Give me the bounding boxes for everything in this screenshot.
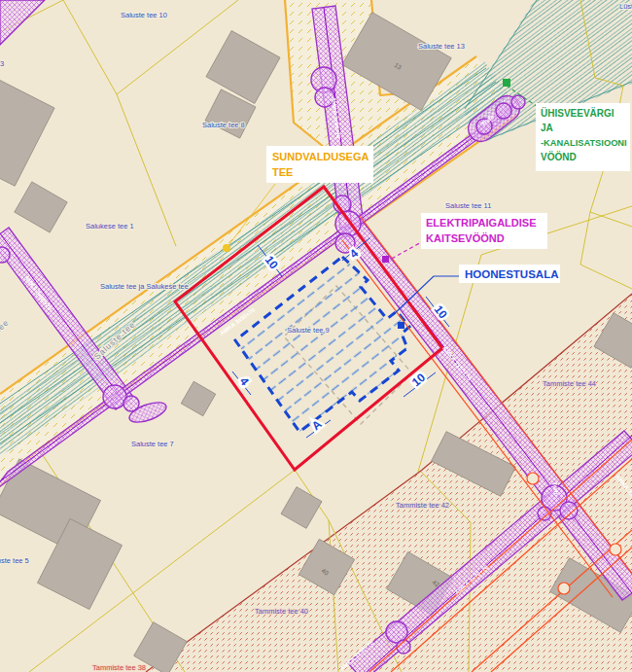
callout-hoonestusala-label: HOONESTUSALA — [465, 268, 558, 280]
power-pole-circle — [610, 544, 621, 555]
pole-symbol — [103, 385, 126, 408]
callout-hoonestusala: HOONESTUSALA — [459, 265, 560, 283]
pole-symbol — [560, 502, 578, 519]
parcel-label-tammiste-40: Tammiste tee 40 — [255, 607, 308, 616]
callout-elektripaigaldise-line1: ELEKTRIPAIGALDISE — [426, 217, 536, 229]
road-marker-dot — [223, 244, 230, 252]
pole-symbol — [496, 103, 511, 119]
callout-uhisveevargi-line2: JA — [541, 123, 553, 133]
parcel-label-saluste-11: Saluste tee 11 — [445, 201, 491, 210]
callout-uhisveevargi: ÜHISVEEVÄRGI JA -KANALISATSIOONI VÖÖND — [536, 103, 630, 171]
callout-uhisveevargi-line1: ÜHISVEEVÄRGI — [541, 107, 614, 119]
parcel-label-saluste-10: Saluste tee 10 — [121, 11, 167, 19]
callout-uhisveevargi-line4: VÖÖND — [541, 151, 577, 162]
power-pole-circle — [558, 583, 570, 594]
parcel-label-saluste-3: 3 — [0, 59, 4, 68]
map-canvas[interactable]: 13 40 42 — [0, 0, 632, 672]
pole-symbol — [0, 247, 10, 263]
water-marker-dot — [503, 79, 510, 87]
callout-sundvaldusega-tee: SUNDVALDUSEGA TEE — [266, 146, 373, 183]
callout-sundvaldusega-line2: TEE — [272, 166, 293, 178]
parcel-label-saluste-8: Saluste tee 8 — [202, 121, 245, 129]
hoonestus-marker-dot — [398, 322, 404, 329]
parcel-label-saluste-5: Saluste tee 5 — [0, 556, 29, 565]
parcel-label-saluste-ja-salukese: Saluste tee ja Salukese tee — [100, 282, 189, 291]
parcel-label-tammiste-38: Tammiste tee 38 — [92, 663, 146, 672]
callout-elektripaigaldise-line2: KAITSEVÖÖND — [426, 232, 505, 244]
parcel-label-saluste-9: Saluste tee 9 — [287, 326, 330, 335]
parcel-label-salukese-1: Salukese tee 1 — [86, 222, 134, 230]
parcel-label-tammiste-44: Tammiste tee 44 — [543, 379, 596, 388]
power-pole-circle — [527, 473, 539, 484]
parcel-label-lyst: Lüst — [619, 2, 632, 11]
callout-sundvaldusega-line1: SUNDVALDUSEGA — [272, 151, 369, 162]
parcel-label-saluste-7: Saluste tee 7 — [131, 440, 174, 448]
parcel-label-tammiste-42: Tammiste tee 42 — [396, 501, 449, 510]
electric-marker-dot — [382, 256, 389, 263]
callout-elektripaigaldise: ELEKTRIPAIGALDISE KAITSEVÖÖND — [421, 213, 547, 249]
planning-map[interactable]: 13 40 42 — [0, 0, 632, 672]
pole-symbol — [511, 95, 525, 109]
callout-uhisveevargi-line3: -KANALISATSIOONI — [541, 138, 627, 148]
parcel-label-saluste-13: Saluste tee 13 — [418, 42, 465, 51]
